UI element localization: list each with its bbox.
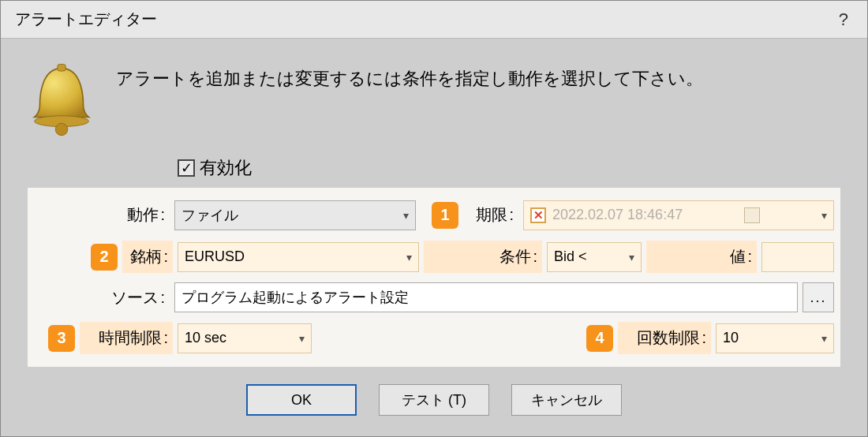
bell-icon [28, 62, 95, 142]
svg-point-2 [55, 123, 67, 135]
maxiter-label: 回数制限 [618, 322, 711, 354]
timeout-select[interactable]: 10 sec ▾ [178, 323, 312, 353]
condition-select[interactable]: Bid < ▾ [547, 242, 642, 272]
expiration-label: 期限 [463, 199, 518, 231]
action-value: ファイル [181, 206, 238, 225]
calendar-icon[interactable] [744, 207, 760, 223]
chevron-down-icon: ▾ [406, 251, 412, 263]
ellipsis-icon: ... [810, 289, 826, 306]
timeout-value: 10 sec [185, 330, 226, 346]
expiration-value: 2022.02.07 18:46:47 [552, 207, 683, 223]
ok-button[interactable]: OK [246, 384, 357, 416]
chevron-down-icon: ▾ [299, 332, 305, 345]
condition-value: Bid < [554, 248, 587, 265]
form-panel: 動作 ファイル ▾ 1 期限 ✕ 2022.02.07 18:46:47 ▾ 2… [28, 188, 840, 367]
badge-4: 4 [586, 325, 613, 352]
timeout-label: 時間制限 [80, 322, 173, 354]
action-label: 動作 [34, 204, 170, 226]
chevron-down-icon: ▾ [821, 209, 827, 222]
enable-checkbox[interactable]: ✓ [178, 159, 195, 177]
symbol-select[interactable]: EURUSD ▾ [178, 242, 419, 272]
button-bar: OK テスト (T) キャンセル [28, 384, 840, 416]
source-label: ソース [34, 287, 170, 308]
title-bar: アラートエディター ? [1, 1, 867, 39]
value-label: 値 [646, 241, 757, 273]
cancel-button[interactable]: キャンセル [511, 384, 622, 416]
condition-label: 条件 [424, 241, 542, 273]
instruction-text: アラートを追加または変更するには条件を指定し動作を選択して下さい。 [116, 62, 703, 91]
svg-rect-0 [58, 64, 65, 71]
help-button[interactable]: ? [834, 9, 853, 30]
clear-date-icon[interactable]: ✕ [530, 207, 546, 223]
source-input[interactable]: プログラム起動によるアラート設定 [174, 282, 798, 312]
badge-1: 1 [432, 202, 458, 229]
expiration-field[interactable]: ✕ 2022.02.07 18:46:47 ▾ [523, 200, 834, 230]
chevron-down-icon: ▾ [403, 209, 409, 222]
badge-2: 2 [91, 244, 118, 271]
badge-3: 3 [48, 325, 75, 352]
enable-label: 有効化 [200, 156, 252, 180]
value-input[interactable] [761, 242, 834, 272]
maxiter-value: 10 [723, 330, 739, 346]
symbol-value: EURUSD [185, 248, 245, 265]
action-select[interactable]: ファイル ▾ [174, 200, 416, 230]
symbol-label: 銘柄 [122, 241, 173, 273]
window-title: アラートエディター [15, 9, 157, 30]
chevron-down-icon: ▾ [821, 332, 827, 345]
chevron-down-icon: ▾ [629, 251, 634, 263]
maxiter-select[interactable]: 10 ▾ [716, 323, 834, 353]
source-value: プログラム起動によるアラート設定 [181, 288, 409, 307]
dialog-content: アラートを追加または変更するには条件を指定し動作を選択して下さい。 ✓ 有効化 … [1, 39, 867, 416]
test-button[interactable]: テスト (T) [379, 384, 489, 416]
browse-button[interactable]: ... [803, 282, 834, 312]
